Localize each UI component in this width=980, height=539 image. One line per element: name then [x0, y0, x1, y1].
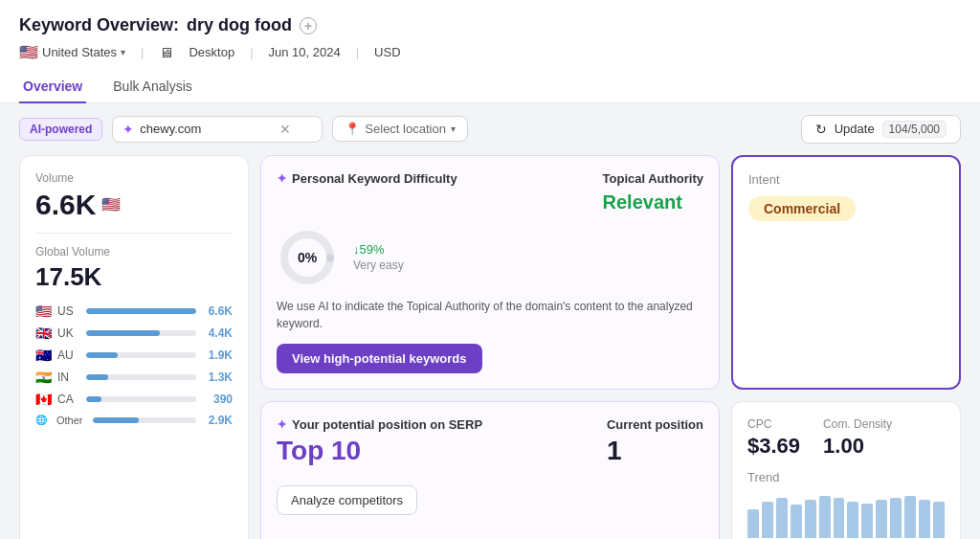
- serp-card: ✦ Your potential position on SERP Top 10…: [260, 401, 720, 540]
- pkd-card: ✦ Personal Keyword Difficulty Topical Au…: [260, 155, 720, 390]
- chevron-down-icon: ▾: [121, 47, 125, 57]
- volume-value: 6.6K 🇺🇸: [35, 189, 233, 221]
- pkd-change-value: ↓59%: [353, 242, 385, 257]
- pkd-change: ↓59%: [353, 242, 404, 257]
- trend-bar: [847, 502, 858, 538]
- serp-position-label: Current position: [607, 417, 703, 432]
- location-pin-icon: 📍: [345, 122, 360, 136]
- country-row-au: 🇦🇺 AU 1.9K: [35, 348, 233, 363]
- pkd-title: ✦ Personal Keyword Difficulty: [277, 171, 457, 186]
- topical-section: Topical Authority Relevant: [603, 171, 703, 213]
- pkd-donut-chart: 0%: [277, 227, 338, 288]
- search-input[interactable]: [140, 122, 274, 136]
- density-section: Com. Density 1.00: [823, 417, 892, 459]
- trend-bar: [791, 505, 802, 538]
- view-high-potential-button[interactable]: View high-potential keywords: [277, 344, 482, 373]
- pkd-easy-label: Very easy: [353, 258, 404, 272]
- trend-bar: [747, 509, 759, 538]
- cpc-value: $3.69: [747, 434, 800, 459]
- ai-spark-icon: ✦: [277, 171, 287, 186]
- header-meta: 🇺🇸 United States ▾ | 🖥 Desktop | Jun 10,…: [19, 43, 961, 61]
- pkd-description: We use AI to indicate the Topical Author…: [277, 298, 703, 332]
- search-input-wrap[interactable]: ✦ ✕: [112, 116, 323, 143]
- tab-bulk-analysis[interactable]: Bulk Analysis: [109, 71, 195, 103]
- pkd-info: ↓59% Very easy: [353, 242, 404, 272]
- trend-bar: [762, 502, 773, 538]
- update-label: Update: [835, 122, 875, 136]
- keyword-text: dry dog food: [187, 15, 292, 35]
- trend-bar: [776, 498, 788, 538]
- ai-powered-badge: AI-powered: [19, 118, 102, 141]
- currency-label: USD: [374, 45, 400, 59]
- date-label: Jun 10, 2024: [269, 45, 341, 59]
- global-volume-label: Global Volume: [35, 245, 233, 258]
- country-row-other: 🌐 Other 2.9K: [35, 414, 233, 427]
- trend-bar: [919, 500, 930, 538]
- device-separator: |: [141, 45, 144, 59]
- flag-ca: 🇨🇦: [35, 392, 52, 407]
- flag-other: 🌐: [35, 415, 51, 425]
- cpc-row: CPC $3.69 Com. Density 1.00: [747, 417, 945, 459]
- trend-bar: [834, 498, 845, 538]
- trend-chart: [747, 492, 945, 538]
- cpc-trend-card: CPC $3.69 Com. Density 1.00 Trend: [731, 401, 961, 540]
- location-placeholder-text: Select location: [365, 122, 446, 136]
- global-volume-value: 17.5K: [35, 262, 233, 292]
- add-keyword-icon[interactable]: +: [300, 17, 317, 34]
- location-selector[interactable]: 🇺🇸 United States ▾: [19, 43, 125, 61]
- trend-bar: [861, 504, 873, 538]
- serp-top10-value: Top 10: [277, 436, 482, 466]
- refresh-icon: ↻: [815, 122, 827, 137]
- toolbar: AI-powered ✦ ✕ 📍 Select location ▾ ↻ Upd…: [0, 103, 980, 155]
- trend-bar: [819, 496, 831, 538]
- trend-bar: [805, 500, 816, 538]
- serp-title-text: Your potential position on SERP: [292, 417, 482, 432]
- trend-bar: [904, 496, 916, 538]
- cards-grid: Volume 6.6K 🇺🇸 Global Volume 17.5K 🇺🇸 US…: [0, 155, 980, 540]
- location-label: United States: [42, 45, 117, 59]
- page-title: Keyword Overview: dry dog food +: [19, 15, 961, 35]
- serp-spark-icon: ✦: [277, 417, 287, 432]
- country-row-ca: 🇨🇦 CA 390: [35, 392, 233, 407]
- cpc-section: CPC $3.69: [747, 417, 800, 459]
- country-row-us: 🇺🇸 US 6.6K: [35, 303, 233, 319]
- volume-number: 6.6K: [35, 189, 96, 221]
- trend-bar: [933, 502, 945, 538]
- trend-label: Trend: [747, 470, 945, 484]
- update-count-badge: 104/5,000: [882, 121, 947, 138]
- flag-uk: 🇬🇧: [35, 326, 52, 341]
- intent-card: Intent Commercial: [731, 155, 961, 390]
- spark-icon: ✦: [122, 122, 134, 137]
- tab-overview[interactable]: Overview: [19, 71, 86, 103]
- flag-au: 🇦🇺: [35, 348, 52, 363]
- date-separator: |: [250, 45, 253, 59]
- analyze-competitors-button[interactable]: Analyze competitors: [277, 485, 417, 515]
- title-prefix: Keyword Overview:: [19, 15, 179, 35]
- intent-badge: Commercial: [748, 196, 856, 221]
- donut-percent: 0%: [298, 250, 317, 265]
- flag-us: 🇺🇸: [35, 303, 52, 319]
- clear-icon[interactable]: ✕: [279, 122, 291, 137]
- trend-bar: [890, 498, 902, 538]
- serp-position-value: 1: [607, 436, 703, 466]
- intent-label: Intent: [748, 172, 944, 187]
- country-row-uk: 🇬🇧 UK 4.4K: [35, 326, 233, 341]
- topical-label: Topical Authority: [603, 171, 703, 186]
- currency-separator: |: [356, 45, 359, 59]
- us-flag-small: 🇺🇸: [101, 195, 121, 213]
- location-chevron-icon: ▾: [451, 124, 456, 134]
- flag-in: 🇮🇳: [35, 370, 52, 385]
- device-icon: 🖥: [159, 44, 173, 60]
- density-label: Com. Density: [823, 417, 892, 431]
- location-filter-button[interactable]: 📍 Select location ▾: [332, 116, 468, 142]
- update-button[interactable]: ↻ Update 104/5,000: [801, 115, 961, 144]
- trend-bar: [876, 500, 887, 538]
- us-flag-icon: 🇺🇸: [19, 43, 38, 61]
- volume-label: Volume: [35, 171, 233, 185]
- country-row-in: 🇮🇳 IN 1.3K: [35, 370, 233, 385]
- volume-card: Volume 6.6K 🇺🇸 Global Volume 17.5K 🇺🇸 US…: [19, 155, 249, 540]
- density-value: 1.00: [823, 434, 892, 459]
- topical-value: Relevant: [603, 191, 703, 213]
- serp-title: ✦ Your potential position on SERP: [277, 417, 482, 432]
- cpc-label: CPC: [747, 417, 800, 431]
